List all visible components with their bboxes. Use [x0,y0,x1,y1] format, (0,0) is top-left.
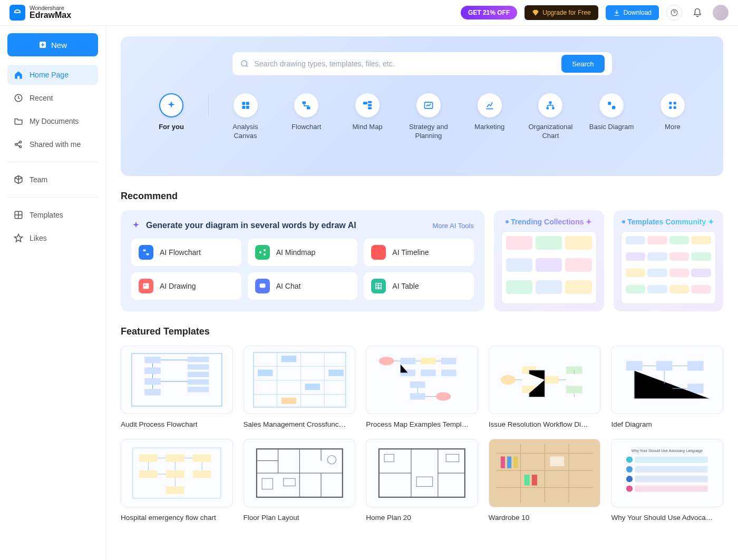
template-card[interactable]: Idef Diagram [611,346,723,428]
svg-rect-88 [416,477,433,486]
svg-rect-69 [626,361,643,370]
sidebar-item-shared[interactable]: Shared with me [7,134,98,154]
more-ai-tools-link[interactable]: More AI Tools [432,222,474,230]
sidebar-item-home[interactable]: Home Page [7,65,98,85]
sparkle-icon [166,100,177,111]
svg-rect-92 [507,456,511,468]
svg-point-23 [612,106,616,110]
svg-rect-70 [656,361,673,370]
category-strategy[interactable]: Strategy and Planning [404,93,453,141]
ai-tool-flowchart[interactable]: AI Flowchart [131,239,241,266]
dot-icon [506,220,509,223]
avatar[interactable] [713,5,729,21]
clock-icon [14,93,23,103]
template-label: Sales Management Crossfunc… [244,420,356,428]
svg-rect-12 [303,102,306,104]
category-basic[interactable]: Basic Diagram [587,93,636,141]
template-card[interactable]: Issue Resolution Workflow Di… [489,346,601,428]
mindmap-icon [362,100,373,111]
svg-rect-50 [305,384,320,390]
category-label: Strategy and Planning [404,123,453,141]
download-button[interactable]: Download [606,5,659,20]
template-thumb [611,346,723,414]
svg-rect-99 [635,456,708,463]
separator [208,94,209,117]
svg-rect-17 [368,107,372,109]
category-label: Mind Map [353,123,383,141]
template-card[interactable]: Floor Plan Layout [244,439,356,522]
template-card[interactable]: Why Your Should Use Advocacy Language Wh… [611,439,723,522]
category-org[interactable]: Organizational Chart [526,93,575,141]
help-icon [671,9,678,16]
template-card[interactable]: Hospital emergency flow chart [121,439,233,522]
new-button[interactable]: New [7,33,98,56]
search-box[interactable]: Search [232,52,612,75]
chat-icon [258,282,267,290]
upgrade-button[interactable]: Upgrade for Free [525,5,598,20]
template-card[interactable]: Process Map Examples Templ… [366,346,478,428]
category-flowchart[interactable]: Flowchart [282,93,331,141]
table-icon [374,282,383,290]
category-label: Organizational Chart [526,123,575,141]
svg-rect-43 [188,364,209,369]
ai-tool-label: AI Drawing [160,282,196,290]
template-card[interactable]: Sales Management Crossfunc… [244,346,356,428]
ai-tool-timeline[interactable]: AI Timeline [364,239,474,266]
svg-rect-100 [626,466,633,473]
more-icon [667,100,678,111]
ai-tool-table[interactable]: AI Table [364,272,474,300]
template-card[interactable]: Audit Process Flowchart [121,346,233,428]
category-label: Analysis Canvas [221,123,270,141]
promo-pill[interactable]: GET 21% OFF [461,6,517,19]
category-for-you[interactable]: For you [147,93,196,141]
svg-rect-13 [307,107,310,110]
sidebar-item-team[interactable]: Team [7,170,98,190]
svg-rect-25 [674,102,676,104]
template-grid: Audit Process Flowchart Sales Management… [121,346,723,522]
search-button[interactable]: Search [561,55,604,73]
svg-rect-81 [166,486,184,494]
svg-rect-45 [188,379,209,385]
ai-tool-chat[interactable]: AI Chat [248,272,358,300]
svg-rect-19 [549,102,552,104]
category-analysis[interactable]: Analysis Canvas [221,93,270,141]
template-label: Issue Resolution Workflow Di… [489,420,601,428]
svg-rect-14 [364,102,367,104]
ai-tool-drawing[interactable]: AI Drawing [131,272,241,300]
ai-panel: Generate your diagram in several words b… [121,210,484,311]
category-more[interactable]: More [648,93,697,141]
svg-rect-89 [446,454,459,461]
svg-rect-22 [608,102,611,105]
svg-rect-83 [283,478,295,486]
download-label: Download [624,9,652,16]
template-card[interactable]: Home Plan 20 [366,439,478,522]
sidebar-item-templates[interactable]: Templates [7,205,98,225]
template-card[interactable]: Wardrobe 10 [489,439,601,522]
ai-tool-mindmap[interactable]: AI Mindmap [248,239,358,266]
content: Search For you Analysis Canvas Flowchart [106,26,738,560]
brand-logo-icon [9,5,25,21]
templates-community-card[interactable]: Templates Community ✦ [614,210,724,311]
recommend-heading: Recommend [121,191,723,202]
svg-rect-104 [626,485,633,492]
sidebar-item-recent[interactable]: Recent [7,88,98,108]
svg-rect-39 [144,368,161,374]
sidebar-item-documents[interactable]: My Documents [7,111,98,131]
community-title: Templates Community [627,218,706,226]
svg-rect-78 [139,470,158,478]
svg-rect-9 [246,102,249,105]
sidebar-item-likes[interactable]: Likes [7,228,98,248]
notifications-button[interactable] [690,5,705,21]
category-marketing[interactable]: Marketing [465,93,514,141]
search-input[interactable] [255,60,557,68]
svg-rect-101 [635,466,708,473]
category-mindmap[interactable]: Mind Map [343,93,392,141]
template-thumb [366,439,478,507]
trending-collections-card[interactable]: Trending Collections ✦ [494,210,604,311]
svg-rect-42 [188,357,209,362]
help-button[interactable] [666,5,682,21]
svg-rect-91 [501,456,505,468]
template-thumb [244,346,356,414]
grid-icon [14,210,23,220]
svg-rect-40 [144,378,161,385]
